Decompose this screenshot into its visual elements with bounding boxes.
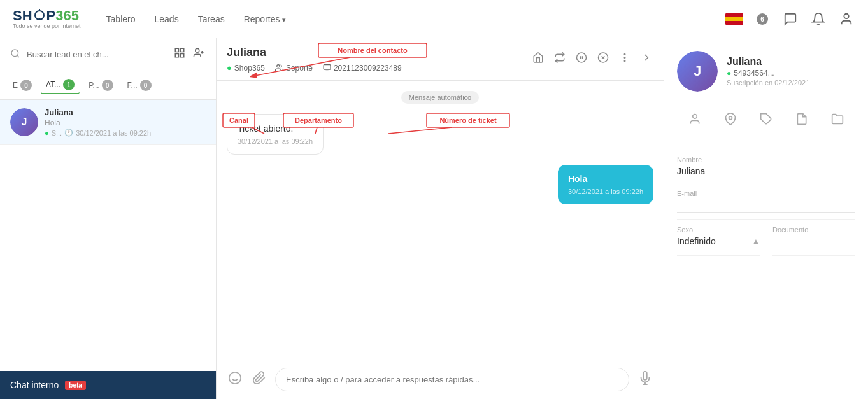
svg-point-44 xyxy=(693,115,697,119)
close-button[interactable] xyxy=(596,51,610,68)
chat-ticket-meta: 2021123009223489 xyxy=(323,64,402,73)
contact-item[interactable]: J Juliana Hola ● S... 🕐 30/12/2021 a las… xyxy=(0,100,216,145)
logo: SH P 365 Todo se vende por internet xyxy=(13,8,81,29)
attach-button[interactable] xyxy=(251,370,267,389)
svg-point-36 xyxy=(624,54,625,55)
profile-name: Juliana xyxy=(727,56,809,67)
language-flag[interactable] xyxy=(725,13,743,25)
chat-channel: Shop365 xyxy=(234,64,265,73)
tab-at[interactable]: AT... 1 xyxy=(41,76,80,94)
tab-f[interactable]: F... 0 xyxy=(122,76,157,94)
chat-messages: Mensaje automático Ticket abierto. 30/12… xyxy=(217,81,664,360)
svg-point-5 xyxy=(11,50,18,57)
field-sexo-label: Sexo xyxy=(677,226,760,234)
auto-message: Mensaje automático xyxy=(227,91,653,104)
top-nav: SH P 365 Todo se vende por internet Tabl… xyxy=(0,0,868,38)
nav-links: Tablero Leads Tareas Reportes xyxy=(106,11,725,27)
nav-leads[interactable]: Leads xyxy=(155,11,179,27)
user-icon[interactable] xyxy=(837,10,855,28)
message-time-right: 30/12/2021 a las 09:22h xyxy=(568,188,643,195)
field-sexo-value: Indefinido xyxy=(677,236,716,246)
svg-rect-8 xyxy=(181,48,184,52)
field-row-sexo-doc: Sexo Indefinido ▲ Documento xyxy=(677,220,855,256)
whatsapp-channel-icon: ● xyxy=(227,63,232,73)
contact-name: Juliana xyxy=(45,108,206,117)
profile-tab-folder[interactable] xyxy=(829,110,846,131)
chat-ticket-number: 2021123009223489 xyxy=(334,64,402,73)
field-nombre-value: Juliana xyxy=(677,166,855,176)
svg-rect-7 xyxy=(175,48,178,52)
contact-info: Juliana Hola ● S... 🕐 30/12/2021 a las 0… xyxy=(45,108,206,137)
profile-tab-location[interactable] xyxy=(722,110,739,131)
profile-tab-tag[interactable] xyxy=(757,110,775,131)
notification-badge-icon[interactable]: 6 xyxy=(753,10,771,28)
main-layout: E 0 AT... 1 P... 0 F... 0 J xyxy=(0,38,868,399)
field-email-value xyxy=(677,200,855,213)
whatsapp-icon: ● xyxy=(45,129,49,137)
emoji-button[interactable] xyxy=(227,370,243,389)
sidebar-action-buttons xyxy=(173,46,206,63)
field-email: E-mail xyxy=(677,183,855,220)
tab-p[interactable]: P... 0 xyxy=(83,76,118,94)
chat-dept-meta: Soporte xyxy=(275,64,313,73)
chat-channel-meta: ● Shop365 xyxy=(227,63,265,73)
home-button[interactable] xyxy=(531,51,545,68)
voice-button[interactable] xyxy=(637,370,653,389)
chat-area: Nombre del contacto Canal Departamento N… xyxy=(217,38,664,399)
profile-phone-number: 54934564... xyxy=(734,69,774,78)
list-view-button[interactable] xyxy=(173,46,187,63)
logo-tagline: Todo se vende por internet xyxy=(13,23,81,29)
message-text: Ticket abierto. xyxy=(238,123,313,134)
profile-phone: ● 54934564... xyxy=(727,69,809,78)
contact-profile: J Juliana ● 54934564... Suscripción en 0… xyxy=(664,38,868,102)
nav-tareas[interactable]: Tareas xyxy=(198,11,225,27)
chat-text-input[interactable] xyxy=(275,368,629,391)
left-sidebar: E 0 AT... 1 P... 0 F... 0 J xyxy=(0,38,217,399)
search-input[interactable] xyxy=(27,50,166,59)
svg-rect-10 xyxy=(181,54,184,57)
svg-point-38 xyxy=(624,60,625,62)
search-icon xyxy=(10,48,20,61)
message-bubble-left: Ticket abierto. 30/12/2021 a las 09:22h xyxy=(227,114,324,155)
svg-point-45 xyxy=(729,116,732,120)
nav-tablero[interactable]: Tablero xyxy=(106,11,136,27)
svg-point-11 xyxy=(196,48,199,52)
svg-rect-9 xyxy=(175,54,178,57)
right-panel: J Juliana ● 54934564... Suscripción en 0… xyxy=(664,38,868,399)
message-bubble-right: Hola 30/12/2021 a las 09:22h xyxy=(558,165,653,204)
more-options-button[interactable] xyxy=(618,51,632,68)
field-sexo-dropdown[interactable]: Indefinido ▲ xyxy=(677,236,760,246)
transfer-button[interactable] xyxy=(553,51,567,68)
expand-button[interactable] xyxy=(639,51,653,68)
contact-last-message: Hola xyxy=(45,118,206,127)
message-time: 30/12/2021 a las 09:22h xyxy=(238,137,313,145)
bell-icon[interactable] xyxy=(809,10,827,28)
profile-tab-notes[interactable] xyxy=(793,110,811,131)
chat-icon[interactable] xyxy=(781,10,799,28)
svg-point-39 xyxy=(229,372,241,384)
field-documento-value xyxy=(772,236,855,249)
chevron-up-icon: ▲ xyxy=(752,237,760,246)
message-text-right: Hola xyxy=(568,174,643,184)
clock-icon: 🕐 xyxy=(64,129,73,137)
field-email-label: E-mail xyxy=(677,190,855,197)
add-contact-button[interactable] xyxy=(192,46,206,63)
field-documento: Documento xyxy=(772,220,855,256)
tab-e[interactable]: E 0 xyxy=(8,76,37,94)
pause-button[interactable] xyxy=(574,51,588,68)
field-nombre-label: Nombre xyxy=(677,156,855,164)
nav-reportes[interactable]: Reportes xyxy=(244,11,286,27)
sidebar-search-bar xyxy=(0,38,216,71)
auto-message-badge: Mensaje automático xyxy=(401,91,479,104)
tab-p-badge: 0 xyxy=(102,80,113,91)
contact-meta: ● S... 🕐 30/12/2021 a las 09:22h xyxy=(45,129,206,137)
profile-tab-person[interactable] xyxy=(686,110,704,131)
svg-line-6 xyxy=(17,55,19,57)
field-documento-label: Documento xyxy=(772,226,855,234)
chat-department: Soporte xyxy=(286,64,313,73)
contact-avatar: J xyxy=(10,108,38,136)
contact-list: J Juliana Hola ● S... 🕐 30/12/2021 a las… xyxy=(0,100,216,371)
internal-chat-bar[interactable]: Chat interno beta xyxy=(0,371,216,399)
contact-time: 30/12/2021 a las 09:22h xyxy=(76,129,151,137)
svg-point-37 xyxy=(624,57,625,59)
